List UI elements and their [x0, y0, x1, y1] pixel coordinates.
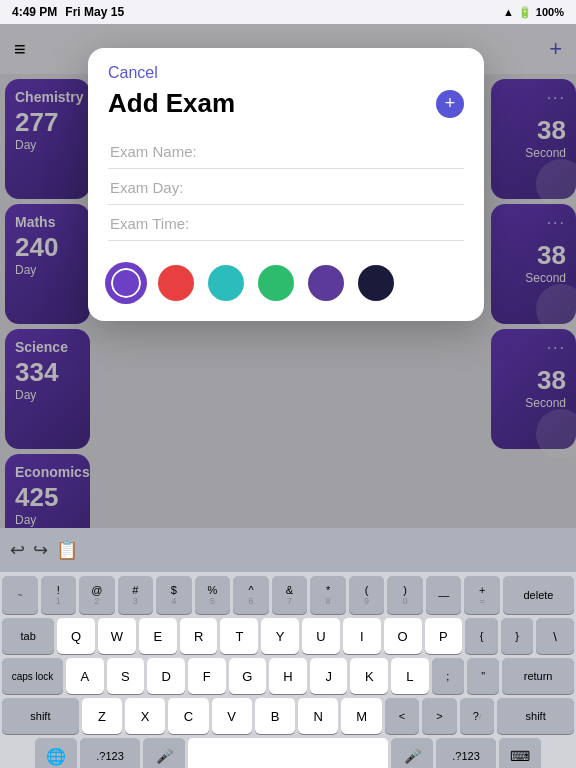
key-2[interactable]: @2	[79, 576, 115, 614]
mic-key-right[interactable]: 🎤	[391, 738, 433, 768]
battery-level: 100%	[536, 6, 564, 18]
key-7[interactable]: &7	[272, 576, 308, 614]
redo-icon[interactable]: ↪	[33, 539, 48, 561]
keyboard-toolbar: ↩ ↪ 📋	[0, 528, 576, 572]
exam-day-input[interactable]	[108, 171, 464, 205]
key-9[interactable]: (9	[349, 576, 385, 614]
key-g[interactable]: G	[229, 658, 267, 694]
key-j[interactable]: J	[310, 658, 348, 694]
key-dash[interactable]: —	[426, 576, 462, 614]
key-d[interactable]: D	[147, 658, 185, 694]
key-n[interactable]: N	[298, 698, 338, 734]
clipboard-icon[interactable]: 📋	[56, 539, 78, 561]
color-swatches	[108, 261, 464, 305]
numbers-key-left[interactable]: .?123	[80, 738, 140, 768]
exam-name-input[interactable]	[108, 135, 464, 169]
key-open-brace[interactable]: {	[465, 618, 497, 654]
status-day: Fri May 15	[65, 5, 124, 19]
key-backslash[interactable]: \	[536, 618, 574, 654]
key-o[interactable]: O	[384, 618, 422, 654]
key-w[interactable]: W	[98, 618, 136, 654]
modal-header: Add Exam +	[108, 88, 464, 119]
add-exam-modal: Cancel Add Exam +	[88, 48, 484, 321]
status-bar: 4:49 PM Fri May 15 ▲ 🔋 100%	[0, 0, 576, 24]
key-s[interactable]: S	[107, 658, 145, 694]
key-quote[interactable]: "	[467, 658, 499, 694]
key-l[interactable]: L	[391, 658, 429, 694]
key-a[interactable]: A	[66, 658, 104, 694]
tab-key[interactable]: tab	[2, 618, 54, 654]
key-row-symbols: ~ !1 @2 #3 $4 %5 ^6 &7 *8 (9 )0 — += del…	[2, 576, 574, 614]
numbers-key-right[interactable]: .?123	[436, 738, 496, 768]
key-m[interactable]: M	[341, 698, 381, 734]
key-y[interactable]: Y	[261, 618, 299, 654]
key-0[interactable]: )0	[387, 576, 423, 614]
key-h[interactable]: H	[269, 658, 307, 694]
wifi-icon: ▲	[503, 6, 514, 18]
key-less-than[interactable]: <	[385, 698, 420, 734]
key-b[interactable]: B	[255, 698, 295, 734]
key-e[interactable]: E	[139, 618, 177, 654]
key-1[interactable]: !1	[41, 576, 77, 614]
swatch-dark-navy[interactable]	[358, 265, 394, 301]
modal-add-button[interactable]: +	[436, 90, 464, 118]
space-key[interactable]	[188, 738, 388, 768]
swatch-green[interactable]	[258, 265, 294, 301]
globe-key[interactable]: 🌐	[35, 738, 77, 768]
key-f[interactable]: F	[188, 658, 226, 694]
key-4[interactable]: $4	[156, 576, 192, 614]
key-close-brace[interactable]: }	[501, 618, 533, 654]
key-row-bottom: 🌐 .?123 🎤 🎤 .?123 ⌨	[2, 738, 574, 768]
key-question[interactable]: ?/	[460, 698, 495, 734]
key-8[interactable]: *8	[310, 576, 346, 614]
key-plus[interactable]: +=	[464, 576, 500, 614]
key-row-zxcv: shift Z X C V B N M < > ?/ shift	[2, 698, 574, 734]
delete-key[interactable]: delete	[503, 576, 574, 614]
key-p[interactable]: P	[425, 618, 463, 654]
modal-title: Add Exam	[108, 88, 235, 119]
swatch-dark-purple[interactable]	[308, 265, 344, 301]
key-i[interactable]: I	[343, 618, 381, 654]
key-row-qwerty: tab Q W E R T Y U I O P { } \	[2, 618, 574, 654]
swatch-teal[interactable]	[208, 265, 244, 301]
mic-key[interactable]: 🎤	[143, 738, 185, 768]
key-t[interactable]: T	[220, 618, 258, 654]
key-5[interactable]: %5	[195, 576, 231, 614]
caps-lock-key[interactable]: caps lock	[2, 658, 63, 694]
battery-icon: 🔋	[518, 6, 532, 19]
key-row-asdf: caps lock A S D F G H J K L ; " return	[2, 658, 574, 694]
swatch-purple[interactable]	[108, 265, 144, 301]
key-x[interactable]: X	[125, 698, 165, 734]
key-greater-than[interactable]: >	[422, 698, 457, 734]
key-k[interactable]: K	[350, 658, 388, 694]
right-shift-key[interactable]: shift	[497, 698, 574, 734]
key-q[interactable]: Q	[57, 618, 95, 654]
status-time: 4:49 PM	[12, 5, 57, 19]
key-u[interactable]: U	[302, 618, 340, 654]
key-semicolon[interactable]: ;	[432, 658, 464, 694]
key-6[interactable]: ^6	[233, 576, 269, 614]
key-tilde[interactable]: ~	[2, 576, 38, 614]
return-key[interactable]: return	[502, 658, 574, 694]
left-shift-key[interactable]: shift	[2, 698, 79, 734]
keyboard-rows: ~ !1 @2 #3 $4 %5 ^6 &7 *8 (9 )0 — += del…	[0, 572, 576, 768]
key-3[interactable]: #3	[118, 576, 154, 614]
key-r[interactable]: R	[180, 618, 218, 654]
keyboard: ↩ ↪ 📋 ~ !1 @2 #3 $4 %5 ^6 &7 *8 (9 )0 — …	[0, 528, 576, 768]
undo-icon[interactable]: ↩	[10, 539, 25, 561]
cancel-button[interactable]: Cancel	[108, 64, 464, 82]
swatch-red[interactable]	[158, 265, 194, 301]
key-z[interactable]: Z	[82, 698, 122, 734]
key-c[interactable]: C	[168, 698, 208, 734]
key-v[interactable]: V	[212, 698, 252, 734]
exam-time-input[interactable]	[108, 207, 464, 241]
keyboard-dismiss-key[interactable]: ⌨	[499, 738, 541, 768]
